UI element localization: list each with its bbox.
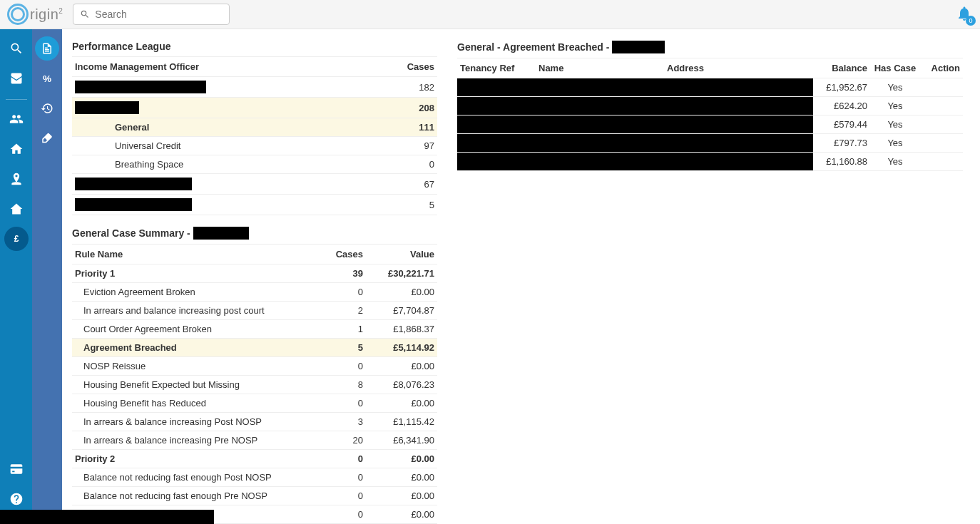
redacted-block [612,41,665,53]
performance-league-table: Income Management Officer Cases 182208Ge… [72,57,437,215]
value-cell: £0.00 [366,394,437,413]
table-row[interactable]: NOSP Reissue0£0.00 [72,357,437,376]
value-cell: £5,114.92 [366,339,437,357]
table-row[interactable]: In arrears & balance increasing Post NOS… [72,413,437,431]
table-row[interactable]: £624.20 Yes [457,97,963,115]
svg-text:%: % [43,73,51,84]
table-row[interactable]: Eviction Agreement Broken0£0.00 [72,283,437,302]
action-cell[interactable] [920,134,963,153]
cases-cell: 3 [316,413,366,431]
table-row[interactable]: 182 [72,77,437,98]
cases-cell: 5 [367,195,438,215]
logo-icon [7,4,29,25]
nav-payment-icon[interactable] [4,457,29,481]
table-row[interactable]: Housing Benefit Expected but Missing8£8,… [72,376,437,394]
hascase-cell: Yes [870,134,920,153]
redacted-cell [457,78,536,97]
search-icon [80,9,90,19]
nav-home-icon[interactable] [4,137,29,161]
subnav-document-icon[interactable] [35,36,59,61]
table-row[interactable]: Priority 20£0.00 [72,450,437,468]
subnav-history-icon[interactable] [35,96,59,120]
cases-cell: 0 [367,155,438,174]
action-cell[interactable] [920,97,963,115]
cases-cell: 0 [316,394,366,413]
cases-cell: 8 [316,376,366,394]
rule-cell: Court Order Agreement Broken [72,320,316,339]
table-row[interactable]: Balance not reducing fast enough Post NO… [72,468,437,487]
table-row[interactable]: £1,952.67 Yes [457,78,963,97]
redacted-cell [664,78,813,97]
performance-league-title: Performance League [72,36,437,57]
subnav-eraser-icon[interactable] [35,126,59,150]
table-row[interactable]: Priority 139£30,221.71 [72,264,437,283]
table-row[interactable]: 5 [72,195,437,215]
nav-inbox-icon[interactable] [4,66,29,91]
subnav-percent-icon[interactable]: % [35,66,59,91]
value-cell: £8,076.23 [366,376,437,394]
table-row[interactable]: £1,160.88 Yes [457,153,963,171]
nav-house-user-icon[interactable] [4,197,29,221]
right-title: General - Agreement Breached - [457,36,963,58]
table-row[interactable]: Housing Benefit has Reduced0£0.00 [72,394,437,413]
table-row[interactable]: In arrears & balance increasing Pre NOSP… [72,431,437,450]
cases-cell: 97 [367,137,438,155]
notifications-button[interactable]: 0 [956,5,973,24]
table-row[interactable]: 208 [72,98,437,118]
balance-cell: £1,952.67 [813,78,870,97]
hascase-cell: Yes [870,115,920,134]
rule-cell: Eviction Agreement Broken [72,283,316,302]
table-row[interactable]: General111 [72,118,437,137]
action-cell[interactable] [920,153,963,171]
nav-search-icon[interactable] [4,36,29,61]
table-row[interactable]: Court Order Agreement Broken1£1,868.37 [72,320,437,339]
nav-place-icon[interactable] [4,167,29,191]
table-row[interactable]: In arrears and balance increasing post c… [72,302,437,320]
col-name: Name [536,58,664,78]
rule-cell: In arrears & balance increasing Pre NOSP [72,431,316,450]
nav-help-icon[interactable] [4,487,29,511]
value-cell: £6,341.90 [366,431,437,450]
rule-cell: Housing Benefit has Reduced [72,394,316,413]
value-cell: £0.00 [366,505,437,524]
value-cell: £0.00 [366,468,437,487]
search-input[interactable] [73,4,230,25]
rule-cell: In arrears & balance increasing Post NOS… [72,413,316,431]
action-cell[interactable] [920,78,963,97]
col-value: Value [366,245,437,264]
rule-cell: Agreement Breached [72,339,316,357]
officer-cell: General [72,118,367,137]
nav-currency-icon[interactable]: £ [4,227,29,251]
cases-cell: 0 [316,505,366,524]
action-cell[interactable] [920,115,963,134]
table-row[interactable]: Agreement Breached5£5,114.92 [72,339,437,357]
col-rule: Rule Name [72,245,316,264]
redacted-cell [457,115,536,134]
cases-cell: 1 [316,320,366,339]
value-cell: £30,221.71 [366,264,437,283]
redacted-cell [664,134,813,153]
notifications-badge: 0 [966,16,976,26]
table-row[interactable]: £797.73 Yes [457,134,963,153]
redacted-block [75,101,139,114]
value-cell: £0.00 [366,283,437,302]
table-row[interactable]: Balance not reducing fast enough Pre NOS… [72,487,437,505]
table-row[interactable]: Breathing Space0 [72,155,437,174]
redacted-cell [457,153,536,171]
table-row[interactable]: 67 [72,174,437,195]
col-action: Action [920,58,963,78]
table-row[interactable]: £579.44 Yes [457,115,963,134]
rule-cell: Priority 2 [72,450,316,468]
redacted-cell [536,115,664,134]
col-address: Address [664,58,813,78]
cases-cell: 5 [316,339,366,357]
hascase-cell: Yes [870,78,920,97]
col-cases: Cases [367,57,438,77]
redacted-cell [536,153,664,171]
redacted-cell [457,97,536,115]
sidebar-secondary: % [32,29,62,524]
value-cell: £0.00 [366,487,437,505]
redacted-cell [664,153,813,171]
table-row[interactable]: Universal Credit97 [72,137,437,155]
nav-users-icon[interactable] [4,107,29,131]
